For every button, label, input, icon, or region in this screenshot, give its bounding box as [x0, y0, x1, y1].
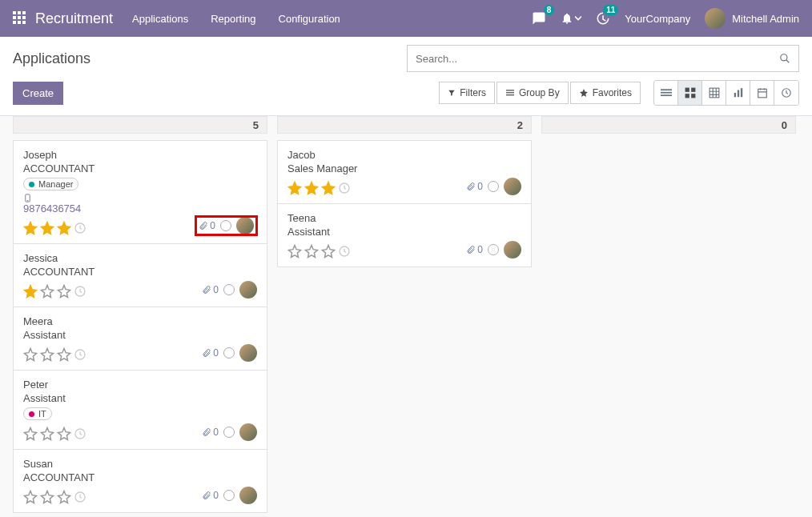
svg-rect-5	[22, 16, 26, 19]
kanban-card[interactable]: Peter AssistantIT 0	[14, 371, 267, 450]
svg-rect-26	[734, 93, 735, 97]
svg-rect-27	[737, 90, 738, 98]
kanban-card[interactable]: Meera Assistant 0	[14, 307, 267, 371]
svg-rect-29	[758, 89, 766, 98]
filter-bar: Filters Group By Favorites	[439, 82, 641, 104]
attachment-count[interactable]: 0	[466, 181, 483, 192]
search-input[interactable]	[416, 53, 779, 65]
assignee-avatar[interactable]	[239, 487, 257, 504]
assignee-avatar[interactable]	[504, 178, 521, 195]
card-footer: 0	[202, 344, 257, 362]
card-title: Assistant	[23, 329, 257, 341]
kanban-column: 0	[541, 116, 796, 508]
card-name: Susan	[23, 458, 257, 470]
app-brand[interactable]: Recruitment	[35, 10, 113, 27]
messages-icon[interactable]: 8	[532, 11, 546, 26]
column-count: 0	[541, 116, 796, 134]
card-footer: 0	[195, 216, 257, 235]
card-footer: 0	[202, 487, 257, 504]
card-title: Assistant	[287, 226, 521, 238]
kanban-card[interactable]: Jessica ACCOUNTANT 0	[14, 244, 267, 307]
attachment-count[interactable]: 0	[202, 490, 219, 501]
nav-reporting[interactable]: Reporting	[211, 13, 255, 25]
view-graph[interactable]	[726, 81, 750, 105]
view-calendar[interactable]	[750, 81, 774, 105]
groupby-button[interactable]: Group By	[496, 82, 569, 104]
notifications-icon[interactable]	[561, 12, 581, 25]
kanban-card[interactable]: Susan ACCOUNTANT 0	[14, 450, 267, 512]
clock-icon	[74, 491, 86, 503]
assignee-avatar[interactable]	[239, 344, 257, 362]
attachment-count[interactable]: 0	[199, 220, 215, 231]
assignee-avatar[interactable]	[504, 241, 521, 258]
card-name: Peter	[23, 379, 257, 391]
kanban-status-dot[interactable]	[223, 490, 235, 501]
company-selector[interactable]: YourCompany	[625, 13, 690, 25]
view-list[interactable]	[654, 81, 678, 105]
svg-rect-16	[661, 94, 672, 96]
kanban-status-dot[interactable]	[488, 181, 499, 192]
card-footer: 0	[202, 281, 257, 299]
attachment-count[interactable]: 0	[202, 284, 219, 295]
kanban-card[interactable]: Jacob Sales Manager 0	[278, 141, 531, 204]
attachment-count[interactable]: 0	[202, 427, 219, 438]
svg-point-9	[781, 54, 787, 61]
card-title: ACCOUNTANT	[23, 471, 257, 483]
svg-rect-11	[506, 90, 514, 90]
svg-rect-3	[13, 16, 16, 19]
star-icon	[579, 88, 589, 98]
activities-badge: 11	[603, 5, 618, 15]
user-menu[interactable]: Mitchell Admin	[705, 8, 799, 29]
svg-rect-1	[18, 11, 21, 14]
top-nav: Recruitment Applications Reporting Confi…	[0, 0, 812, 37]
kanban-status-dot[interactable]	[220, 220, 231, 231]
view-activity[interactable]	[774, 81, 798, 105]
svg-rect-6	[13, 21, 16, 24]
card-name: Jessica	[23, 252, 257, 264]
kanban-card[interactable]: Joseph ACCOUNTANTManager 9876436754 0	[14, 141, 267, 244]
kanban-status-dot[interactable]	[223, 427, 235, 438]
search-icon[interactable]	[779, 53, 790, 64]
card-name: Teena	[287, 212, 521, 224]
control-panel: Applications Create Filters Group By	[0, 37, 812, 116]
view-kanban[interactable]	[678, 81, 702, 105]
attachment-count[interactable]: 0	[466, 244, 483, 255]
svg-rect-28	[740, 88, 742, 97]
assignee-avatar[interactable]	[239, 281, 257, 299]
activities-icon[interactable]: 11	[596, 11, 610, 26]
clock-icon	[338, 245, 351, 258]
list-icon	[505, 89, 515, 97]
assignee-avatar[interactable]	[236, 217, 254, 234]
card-title: ACCOUNTANT	[23, 266, 257, 278]
kanban-status-dot[interactable]	[223, 284, 235, 295]
nav-applications[interactable]: Applications	[132, 13, 188, 25]
card-title: Assistant	[23, 392, 257, 404]
assignee-avatar[interactable]	[239, 423, 257, 441]
page-title: Applications	[13, 50, 90, 67]
apps-icon[interactable]	[13, 11, 27, 26]
card-name: Joseph	[23, 149, 257, 161]
search-box[interactable]	[407, 45, 799, 72]
svg-rect-17	[685, 88, 689, 92]
card-phone[interactable]: 9876436754	[23, 194, 257, 214]
kanban-column: 2Jacob Sales Manager 0 Teena Assistant	[277, 116, 532, 508]
filters-button[interactable]: Filters	[439, 82, 495, 104]
kanban-status-dot[interactable]	[223, 347, 235, 359]
attachment-count[interactable]: 0	[202, 347, 219, 359]
view-pivot[interactable]	[702, 81, 726, 105]
view-switcher	[653, 80, 799, 106]
kanban-column: 5Joseph ACCOUNTANTManager 9876436754 0 J…	[13, 116, 267, 508]
clock-icon	[74, 348, 86, 361]
svg-rect-15	[661, 92, 672, 94]
kanban-card[interactable]: Teena Assistant 0	[278, 204, 531, 267]
clock-icon	[74, 285, 86, 298]
kanban-status-dot[interactable]	[488, 244, 499, 255]
kanban-board: 5Joseph ACCOUNTANTManager 9876436754 0 J…	[0, 116, 812, 517]
create-button[interactable]: Create	[13, 82, 63, 105]
card-name: Jacob	[287, 149, 521, 161]
card-footer: 0	[466, 241, 521, 258]
svg-rect-19	[685, 94, 689, 98]
nav-configuration[interactable]: Configuration	[279, 13, 340, 25]
favorites-button[interactable]: Favorites	[570, 82, 641, 104]
card-title: ACCOUNTANT	[23, 162, 257, 174]
